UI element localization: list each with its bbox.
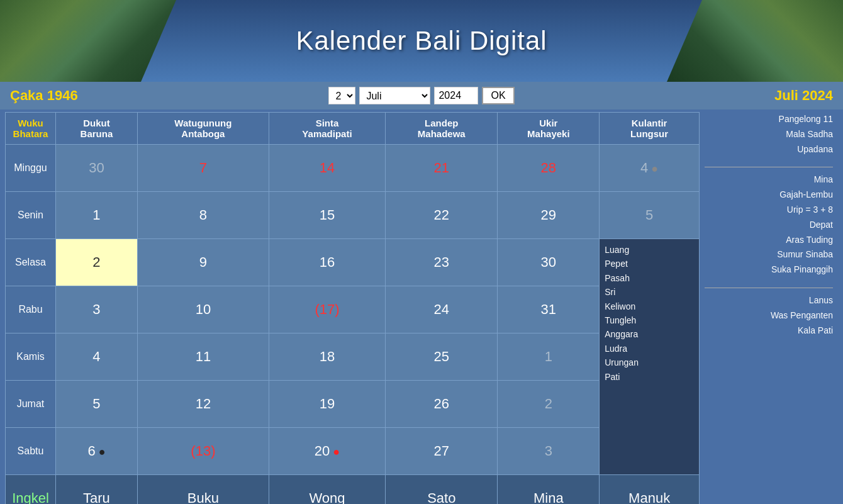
cell-rabu-4[interactable]: 24: [386, 286, 498, 333]
divider-1: [705, 167, 833, 167]
col-kulantir: KulantirLungsur: [600, 113, 700, 145]
col-ukir: UkirMahayeki: [498, 113, 600, 145]
sidebar-s2-l4: Depat: [705, 218, 833, 233]
cell-jumat-3[interactable]: 19: [269, 381, 385, 428]
cell-sabtu-3[interactable]: 20: [269, 428, 385, 475]
ingkel-manuk: Manuk: [600, 475, 700, 505]
day-jumat: Jumat: [6, 381, 56, 428]
cell-selasa-3[interactable]: 16: [269, 239, 385, 286]
sidebar-s2-l7: Suka Pinanggih: [705, 262, 833, 277]
month-year-display: Juli 2024: [695, 87, 833, 104]
cell-kamis-3[interactable]: 18: [269, 333, 385, 381]
cell-jumat-1[interactable]: 5: [56, 381, 138, 428]
col-landep: LandepMahadewa: [386, 113, 498, 145]
sidebar-section-2: Mina Gajah-Lembu Urip = 3 + 8 Depat Aras…: [705, 172, 833, 277]
day-sabtu: Sabtu: [6, 428, 56, 475]
col-watugunung: WatugunungAntaboga: [137, 113, 269, 145]
cell-kamis-4[interactable]: 25: [386, 333, 498, 381]
header-row-wuku: WukuBhatara DukutBaruna WatugunungAntabo…: [6, 113, 700, 145]
sidebar-s2-l6: Sumur Sinaba: [705, 247, 833, 262]
col-wuku: WukuBhatara: [6, 113, 56, 145]
sidebar-s1-l3: Upadana: [705, 142, 833, 157]
divider-2: [705, 288, 833, 288]
cell-jumat-5[interactable]: 2: [498, 381, 600, 428]
page-title: Kalender Bali Digital: [296, 26, 547, 56]
cell-sabtu-2[interactable]: (13): [137, 428, 269, 475]
calendar-container: WukuBhatara DukutBaruna WatugunungAntabo…: [0, 109, 843, 504]
cell-rabu-1[interactable]: 3: [56, 286, 138, 333]
cell-jumat-2[interactable]: 12: [137, 381, 269, 428]
ok-button[interactable]: OK: [482, 87, 514, 104]
cell-rabu-5[interactable]: 31: [498, 286, 600, 333]
cell-senin-1[interactable]: 1: [56, 192, 138, 239]
day-minggu: Minggu: [6, 145, 56, 192]
cell-senin-3[interactable]: 15: [269, 192, 385, 239]
cell-senin-4[interactable]: 22: [386, 192, 498, 239]
sidebar-s3-l2: Was Penganten: [705, 308, 833, 323]
cell-selasa-2[interactable]: 9: [137, 239, 269, 286]
sidebar-s3-l1: Lanus: [705, 293, 833, 308]
cell-selasa-5[interactable]: 30: [498, 239, 600, 286]
day-senin: Senin: [6, 192, 56, 239]
ingkel-row: Ingkel Taru Buku Wong Sato Mina Manuk: [6, 475, 700, 505]
ingkel-mina: Mina: [498, 475, 600, 505]
cell-minggu-3[interactable]: 14: [269, 145, 385, 192]
table-row: Selasa 2 9 16 23 30 LuangPepetPasahSriKe…: [6, 239, 700, 286]
sidebar-s3-l3: Kala Pati: [705, 323, 833, 339]
table-row: Jumat 5 12 19 26 2: [6, 381, 700, 428]
col-sinta: SintaYamadipati: [269, 113, 385, 145]
cell-kamis-2[interactable]: 11: [137, 333, 269, 381]
cell-kamis-5[interactable]: 1: [498, 333, 600, 381]
month-select[interactable]: JanuariFebruariMaret AprilMeiJuni JuliAg…: [359, 87, 430, 104]
cell-rabu-3[interactable]: (17): [269, 286, 385, 333]
date-controls: 2 JanuariFebruariMaret AprilMeiJuni Juli…: [148, 87, 695, 104]
cell-minggu-2[interactable]: 7: [137, 145, 269, 192]
caka-year: Çaka 1946: [10, 87, 148, 104]
cell-minggu-4[interactable]: 21: [386, 145, 498, 192]
special-col: LuangPepetPasahSriKeliwonTunglehAnggaraL…: [600, 239, 700, 475]
day-select[interactable]: 2: [328, 87, 355, 104]
cell-minggu-6[interactable]: 4: [600, 145, 700, 192]
cell-selasa-1[interactable]: 2: [56, 239, 138, 286]
cell-senin-2[interactable]: 8: [137, 192, 269, 239]
table-row: Rabu 3 10 (17) 24 31: [6, 286, 700, 333]
sidebar-right: Pangelong 11 Mala Sadha Upadana Mina Gaj…: [700, 112, 838, 504]
cell-jumat-4[interactable]: 26: [386, 381, 498, 428]
header: Kalender Bali Digital: [0, 0, 843, 82]
year-input[interactable]: [434, 87, 478, 104]
ingkel-label: Ingkel: [6, 475, 56, 505]
cell-sabtu-1[interactable]: 6: [56, 428, 138, 475]
cell-sabtu-5[interactable]: 3: [498, 428, 600, 475]
cell-minggu-1[interactable]: 30: [56, 145, 138, 192]
cell-minggu-5[interactable]: 28: [498, 145, 600, 192]
controls-row: Çaka 1946 2 JanuariFebruariMaret AprilMe…: [0, 82, 843, 109]
ingkel-wong: Wong: [269, 475, 385, 505]
day-rabu: Rabu: [6, 286, 56, 333]
sidebar-s1-l2: Mala Sadha: [705, 127, 833, 142]
cell-senin-5[interactable]: 29: [498, 192, 600, 239]
table-row: Senin 1 8 15 22 29 5: [6, 192, 700, 239]
table-row: Kamis 4 11 18 25 1: [6, 333, 700, 381]
sidebar-s2-l5: Aras Tuding: [705, 233, 833, 248]
sidebar-s1-l1: Pangelong 11: [705, 112, 833, 127]
ingkel-sato: Sato: [386, 475, 498, 505]
col-dukut: DukutBaruna: [56, 113, 138, 145]
cell-sabtu-4[interactable]: 27: [386, 428, 498, 475]
day-kamis: Kamis: [6, 333, 56, 381]
cell-selasa-4[interactable]: 23: [386, 239, 498, 286]
cell-kamis-1[interactable]: 4: [56, 333, 138, 381]
sidebar-s2-l2: Gajah-Lembu: [705, 188, 833, 203]
calendar-table: WukuBhatara DukutBaruna WatugunungAntabo…: [5, 112, 700, 504]
day-selasa: Selasa: [6, 239, 56, 286]
table-row: Sabtu 6 (13) 20 27 3: [6, 428, 700, 475]
sidebar-section-1: Pangelong 11 Mala Sadha Upadana: [705, 112, 833, 157]
sidebar-s2-l1: Mina: [705, 172, 833, 188]
calendar-table-wrap: WukuBhatara DukutBaruna WatugunungAntabo…: [5, 112, 700, 504]
sidebar-section-3: Lanus Was Penganten Kala Pati: [705, 293, 833, 338]
cell-rabu-2[interactable]: 10: [137, 286, 269, 333]
cell-senin-6[interactable]: 5: [600, 192, 700, 239]
ingkel-buku: Buku: [137, 475, 269, 505]
ingkel-taru: Taru: [56, 475, 138, 505]
sidebar-s2-l3: Urip = 3 + 8: [705, 203, 833, 218]
table-row: Minggu 30 7 14 21 28 4: [6, 145, 700, 192]
